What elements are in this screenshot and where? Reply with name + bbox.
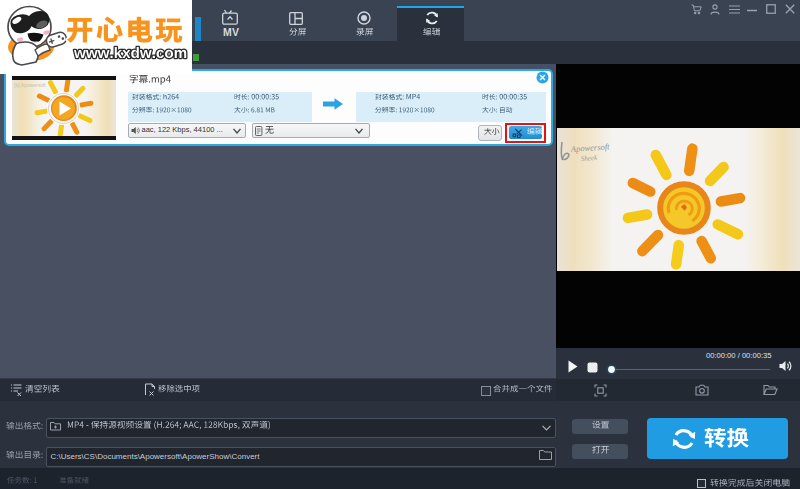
svg-text:Apowersoft: Apowersoft xyxy=(569,141,610,154)
svg-text:Sheek: Sheek xyxy=(581,154,599,163)
